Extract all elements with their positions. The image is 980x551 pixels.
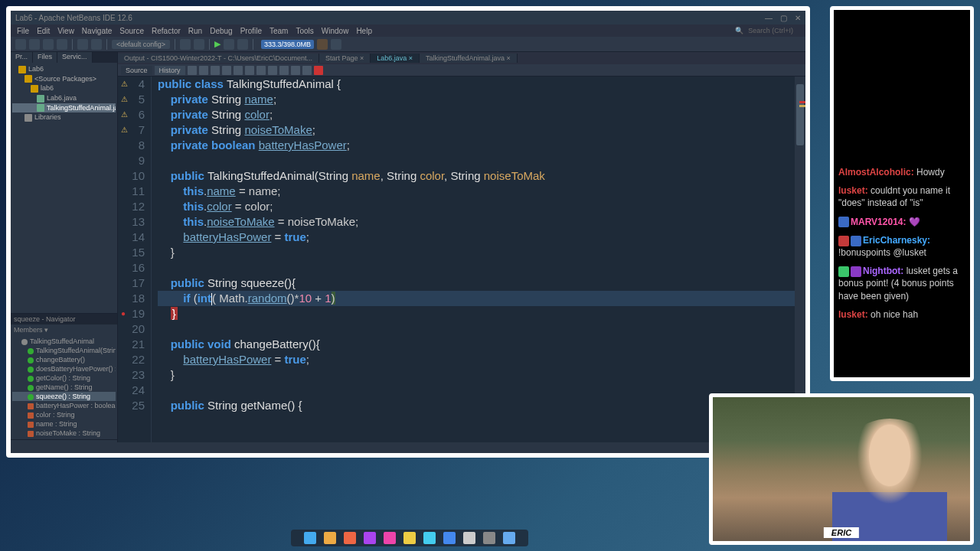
profile-button[interactable]: [237, 39, 248, 50]
editor-tab[interactable]: Output - CIS1500-Winter2022-T - C:\Users…: [118, 54, 319, 63]
line-number[interactable]: 16: [118, 260, 145, 276]
menu-file[interactable]: File: [14, 27, 32, 35]
chat-username[interactable]: MARV12014:: [851, 217, 906, 227]
menu-refactor[interactable]: Refactor: [149, 27, 184, 35]
search-field[interactable]: 🔍 Search (Ctrl+I): [732, 27, 802, 34]
line-number[interactable]: 22: [118, 352, 145, 367]
line-number[interactable]: 9: [118, 153, 145, 168]
line-number[interactable]: 5: [118, 92, 145, 107]
chat-username[interactable]: lusket:: [838, 309, 868, 320]
code-line[interactable]: }: [158, 245, 805, 260]
menu-source[interactable]: Source: [116, 27, 147, 35]
taskbar-app-icon[interactable]: [463, 532, 475, 544]
code-line[interactable]: if (int( Math.random()*10 + 1): [158, 291, 805, 306]
back-icon[interactable]: [188, 66, 197, 75]
code-line[interactable]: }: [158, 367, 805, 383]
tb-icon[interactable]: [291, 66, 300, 75]
build-button[interactable]: [180, 39, 191, 50]
project-tree[interactable]: Lab6 <Source Packages> lab6 Lab6.java Ta…: [11, 63, 117, 313]
line-number[interactable]: 6: [118, 107, 145, 122]
tb-icon[interactable]: [211, 66, 220, 75]
line-number[interactable]: 8: [118, 138, 145, 153]
code-line[interactable]: public class TalkingStuffedAnimal {: [158, 77, 805, 92]
tb-icon[interactable]: [279, 66, 289, 75]
tb-icon[interactable]: [268, 66, 277, 75]
nav-item[interactable]: batteryHasPower : boolean: [12, 401, 116, 410]
tb-icon[interactable]: [302, 66, 312, 75]
menu-navigate[interactable]: Navigate: [79, 27, 115, 35]
line-number[interactable]: 4: [118, 77, 145, 92]
save-all-button[interactable]: [57, 39, 67, 50]
line-number[interactable]: 19: [118, 306, 145, 321]
code-line[interactable]: }: [158, 306, 805, 321]
error-mark[interactable]: [799, 101, 805, 103]
menu-team[interactable]: Team: [266, 27, 291, 35]
chat-username[interactable]: lusket:: [838, 185, 868, 196]
taskbar-app-icon[interactable]: [403, 532, 416, 544]
code-line[interactable]: [158, 260, 805, 276]
line-number[interactable]: 11: [118, 184, 145, 199]
chat-username[interactable]: AlmostAlcoholic:: [838, 167, 914, 178]
debug-button[interactable]: [224, 39, 234, 50]
nav-item[interactable]: doesBatteryHavePower() : boo: [12, 364, 116, 373]
twitch-chat[interactable]: AlmostAlcoholic: Howdylusket: couldnt yo…: [830, 6, 974, 381]
code-line[interactable]: batteryHasPower = true;: [158, 352, 805, 367]
memory-indicator[interactable]: 333.3/398.0MB: [261, 40, 314, 49]
line-number[interactable]: 13: [118, 214, 145, 230]
code-line[interactable]: public void changeBattery(){: [158, 337, 805, 352]
taskbar-app-icon[interactable]: [304, 532, 316, 544]
nav-class[interactable]: TalkingStuffedAnimal: [12, 337, 116, 346]
nav-item[interactable]: name : String: [12, 419, 116, 429]
tab-projects[interactable]: Pr...: [11, 52, 33, 63]
editor-tab[interactable]: Lab6.java ×: [371, 54, 420, 63]
tb-icon[interactable]: [314, 66, 323, 75]
error-stripe[interactable]: [799, 101, 805, 429]
taskbar-app-icon[interactable]: [364, 532, 376, 544]
code-line[interactable]: private String name;: [158, 92, 805, 107]
menu-profile[interactable]: Profile: [237, 27, 265, 35]
forward-icon[interactable]: [199, 66, 208, 75]
new-file-button[interactable]: [15, 39, 26, 50]
line-number[interactable]: 18: [118, 291, 145, 306]
taskbar-app-icon[interactable]: [483, 532, 495, 544]
menu-run[interactable]: Run: [185, 27, 205, 35]
horizontal-scrollbar[interactable]: ⬤ ⌖ ⌄: [11, 442, 795, 453]
taskbar-app-icon[interactable]: [324, 532, 336, 544]
windows-taskbar[interactable]: [291, 530, 528, 546]
code-line[interactable]: private boolean batteryHasPower;: [158, 138, 805, 153]
taskbar-app-icon[interactable]: [384, 532, 396, 544]
chat-username[interactable]: EricCharnesky:: [863, 235, 930, 246]
menu-debug[interactable]: Debug: [207, 27, 235, 35]
tree-file-lab6[interactable]: Lab6.java: [12, 93, 116, 103]
tab-files[interactable]: Files: [33, 52, 57, 63]
chat-username[interactable]: Nightbot:: [863, 266, 903, 276]
menu-window[interactable]: Window: [318, 27, 352, 35]
code-line[interactable]: private String color;: [158, 107, 805, 122]
editor-tab[interactable]: Start Page ×: [319, 54, 371, 63]
open-button[interactable]: [43, 39, 54, 50]
tree-file-talkingstuffedanimal[interactable]: TalkingStuffedAnimal.java: [12, 103, 116, 113]
config-dropdown[interactable]: <default config>: [112, 40, 170, 49]
taskbar-app-icon[interactable]: [344, 532, 356, 544]
new-project-button[interactable]: [29, 39, 40, 50]
tb-icon[interactable]: [256, 66, 266, 75]
line-number[interactable]: 12: [118, 199, 145, 214]
code-line[interactable]: private String noiseToMake;: [158, 122, 805, 138]
code-line[interactable]: batteryHasPower = true;: [158, 230, 805, 245]
titlebar[interactable]: Lab6 - Apache NetBeans IDE 12.6 — ▢ ✕: [11, 11, 805, 24]
undo-button[interactable]: [77, 39, 88, 50]
line-number[interactable]: 17: [118, 276, 145, 291]
tree-project-root[interactable]: Lab6: [12, 64, 116, 74]
nav-item[interactable]: changeBattery(): [12, 355, 116, 364]
code-line[interactable]: public TalkingStuffedAnimal(String name,…: [158, 168, 805, 184]
line-number[interactable]: 7: [118, 122, 145, 138]
menu-edit[interactable]: Edit: [34, 27, 53, 35]
menu-tools[interactable]: Tools: [292, 27, 316, 35]
warn-mark[interactable]: [799, 105, 805, 107]
line-number[interactable]: 24: [118, 383, 145, 398]
source-tab[interactable]: Source: [121, 66, 152, 75]
code-line[interactable]: [158, 153, 805, 168]
tree-package[interactable]: lab6: [12, 83, 116, 93]
line-number[interactable]: 25: [118, 398, 145, 413]
history-tab[interactable]: History: [155, 66, 185, 75]
